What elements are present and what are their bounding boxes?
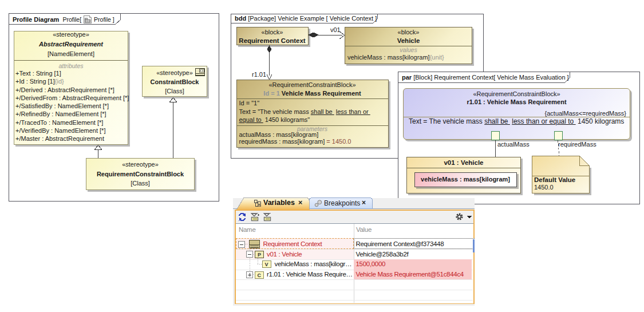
svg-text:V: V [265, 262, 268, 267]
svg-text:P: P [258, 252, 261, 258]
svg-text:C: C [258, 272, 262, 278]
